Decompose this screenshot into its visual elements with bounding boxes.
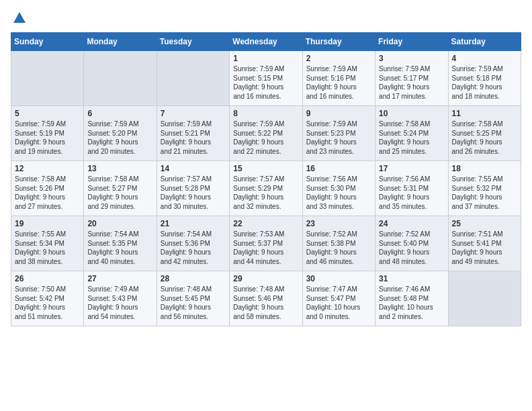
calendar-cell: 22Sunrise: 7:53 AM Sunset: 5:37 PM Dayli… bbox=[230, 216, 302, 271]
week-row-3: 19Sunrise: 7:55 AM Sunset: 5:34 PM Dayli… bbox=[11, 216, 521, 271]
weekday-header-thursday: Thursday bbox=[302, 33, 375, 51]
day-info: Sunrise: 7:56 AM Sunset: 5:31 PM Dayligh… bbox=[379, 175, 444, 211]
day-info: Sunrise: 7:59 AM Sunset: 5:23 PM Dayligh… bbox=[306, 120, 371, 156]
calendar-cell: 13Sunrise: 7:58 AM Sunset: 5:27 PM Dayli… bbox=[84, 161, 157, 216]
day-number: 19 bbox=[15, 219, 80, 228]
day-info: Sunrise: 7:55 AM Sunset: 5:32 PM Dayligh… bbox=[452, 175, 517, 211]
day-info: Sunrise: 7:52 AM Sunset: 5:38 PM Dayligh… bbox=[306, 230, 371, 266]
day-number: 4 bbox=[452, 54, 517, 63]
day-info: Sunrise: 7:57 AM Sunset: 5:28 PM Dayligh… bbox=[161, 175, 226, 211]
day-number: 23 bbox=[306, 219, 371, 228]
day-number: 15 bbox=[233, 164, 298, 173]
day-number: 25 bbox=[452, 219, 517, 228]
day-number: 16 bbox=[306, 164, 371, 173]
day-info: Sunrise: 7:58 AM Sunset: 5:27 PM Dayligh… bbox=[87, 175, 152, 211]
calendar-table: SundayMondayTuesdayWednesdayThursdayFrid… bbox=[11, 32, 521, 326]
calendar-cell: 20Sunrise: 7:54 AM Sunset: 5:35 PM Dayli… bbox=[84, 216, 157, 271]
week-row-2: 12Sunrise: 7:58 AM Sunset: 5:26 PM Dayli… bbox=[11, 161, 521, 216]
day-info: Sunrise: 7:53 AM Sunset: 5:37 PM Dayligh… bbox=[233, 230, 298, 266]
day-info: Sunrise: 7:58 AM Sunset: 5:24 PM Dayligh… bbox=[379, 120, 444, 156]
week-row-4: 26Sunrise: 7:50 AM Sunset: 5:42 PM Dayli… bbox=[11, 271, 521, 326]
day-number: 11 bbox=[452, 109, 517, 118]
day-info: Sunrise: 7:55 AM Sunset: 5:34 PM Dayligh… bbox=[15, 230, 80, 266]
calendar-cell: 11Sunrise: 7:58 AM Sunset: 5:25 PM Dayli… bbox=[448, 106, 521, 161]
calendar-cell: 21Sunrise: 7:54 AM Sunset: 5:36 PM Dayli… bbox=[157, 216, 229, 271]
day-number: 3 bbox=[379, 54, 444, 63]
day-info: Sunrise: 7:59 AM Sunset: 5:21 PM Dayligh… bbox=[161, 120, 226, 156]
calendar-cell: 26Sunrise: 7:50 AM Sunset: 5:42 PM Dayli… bbox=[11, 271, 84, 326]
header bbox=[11, 11, 521, 26]
week-row-0: 1Sunrise: 7:59 AM Sunset: 5:15 PM Daylig… bbox=[11, 51, 521, 106]
day-info: Sunrise: 7:59 AM Sunset: 5:18 PM Dayligh… bbox=[452, 64, 517, 101]
day-info: Sunrise: 7:59 AM Sunset: 5:19 PM Dayligh… bbox=[15, 120, 80, 156]
calendar-cell bbox=[84, 51, 157, 106]
weekday-header-friday: Friday bbox=[375, 33, 448, 51]
weekday-header-sunday: Sunday bbox=[11, 33, 84, 51]
day-info: Sunrise: 7:57 AM Sunset: 5:29 PM Dayligh… bbox=[233, 175, 298, 211]
day-info: Sunrise: 7:59 AM Sunset: 5:15 PM Dayligh… bbox=[233, 64, 298, 101]
calendar-cell: 29Sunrise: 7:48 AM Sunset: 5:46 PM Dayli… bbox=[230, 271, 302, 326]
day-info: Sunrise: 7:58 AM Sunset: 5:26 PM Dayligh… bbox=[15, 175, 80, 211]
day-number: 1 bbox=[233, 54, 298, 63]
calendar-cell: 10Sunrise: 7:58 AM Sunset: 5:24 PM Dayli… bbox=[375, 106, 448, 161]
calendar-cell: 25Sunrise: 7:51 AM Sunset: 5:41 PM Dayli… bbox=[448, 216, 521, 271]
calendar-cell: 17Sunrise: 7:56 AM Sunset: 5:31 PM Dayli… bbox=[375, 161, 448, 216]
calendar-cell: 15Sunrise: 7:57 AM Sunset: 5:29 PM Dayli… bbox=[230, 161, 302, 216]
calendar-cell: 5Sunrise: 7:59 AM Sunset: 5:19 PM Daylig… bbox=[11, 106, 84, 161]
svg-marker-0 bbox=[13, 12, 26, 23]
day-number: 24 bbox=[379, 219, 444, 228]
calendar-cell: 31Sunrise: 7:46 AM Sunset: 5:48 PM Dayli… bbox=[375, 271, 448, 326]
calendar-cell: 9Sunrise: 7:59 AM Sunset: 5:23 PM Daylig… bbox=[302, 106, 375, 161]
day-info: Sunrise: 7:49 AM Sunset: 5:43 PM Dayligh… bbox=[87, 285, 152, 321]
calendar-cell: 3Sunrise: 7:59 AM Sunset: 5:17 PM Daylig… bbox=[375, 51, 448, 106]
calendar-cell: 19Sunrise: 7:55 AM Sunset: 5:34 PM Dayli… bbox=[11, 216, 84, 271]
day-number: 8 bbox=[233, 109, 298, 118]
day-number: 27 bbox=[87, 274, 152, 283]
day-info: Sunrise: 7:47 AM Sunset: 5:47 PM Dayligh… bbox=[306, 285, 371, 321]
calendar-cell: 30Sunrise: 7:47 AM Sunset: 5:47 PM Dayli… bbox=[302, 271, 375, 326]
calendar-cell bbox=[157, 51, 229, 106]
calendar-cell: 14Sunrise: 7:57 AM Sunset: 5:28 PM Dayli… bbox=[157, 161, 229, 216]
day-number: 9 bbox=[306, 109, 371, 118]
week-row-1: 5Sunrise: 7:59 AM Sunset: 5:19 PM Daylig… bbox=[11, 106, 521, 161]
calendar-cell bbox=[11, 51, 84, 106]
day-info: Sunrise: 7:58 AM Sunset: 5:25 PM Dayligh… bbox=[452, 120, 517, 156]
day-number: 12 bbox=[15, 164, 80, 173]
calendar-cell: 6Sunrise: 7:59 AM Sunset: 5:20 PM Daylig… bbox=[84, 106, 157, 161]
day-number: 14 bbox=[161, 164, 226, 173]
day-number: 7 bbox=[161, 109, 226, 118]
day-info: Sunrise: 7:54 AM Sunset: 5:36 PM Dayligh… bbox=[161, 230, 226, 266]
day-number: 5 bbox=[15, 109, 80, 118]
logo bbox=[11, 11, 27, 26]
day-number: 26 bbox=[15, 274, 80, 283]
day-number: 17 bbox=[379, 164, 444, 173]
day-number: 31 bbox=[379, 274, 444, 283]
calendar-cell: 4Sunrise: 7:59 AM Sunset: 5:18 PM Daylig… bbox=[448, 51, 521, 106]
day-info: Sunrise: 7:46 AM Sunset: 5:48 PM Dayligh… bbox=[379, 285, 444, 321]
calendar-body: 1Sunrise: 7:59 AM Sunset: 5:15 PM Daylig… bbox=[11, 51, 521, 326]
calendar-cell: 23Sunrise: 7:52 AM Sunset: 5:38 PM Dayli… bbox=[302, 216, 375, 271]
day-number: 13 bbox=[87, 164, 152, 173]
calendar-cell: 2Sunrise: 7:59 AM Sunset: 5:16 PM Daylig… bbox=[302, 51, 375, 106]
calendar-cell: 27Sunrise: 7:49 AM Sunset: 5:43 PM Dayli… bbox=[84, 271, 157, 326]
day-info: Sunrise: 7:59 AM Sunset: 5:22 PM Dayligh… bbox=[233, 120, 298, 156]
day-info: Sunrise: 7:54 AM Sunset: 5:35 PM Dayligh… bbox=[87, 230, 152, 266]
day-info: Sunrise: 7:52 AM Sunset: 5:40 PM Dayligh… bbox=[379, 230, 444, 266]
day-number: 2 bbox=[306, 54, 371, 63]
calendar-cell: 18Sunrise: 7:55 AM Sunset: 5:32 PM Dayli… bbox=[448, 161, 521, 216]
day-number: 10 bbox=[379, 109, 444, 118]
weekday-header-monday: Monday bbox=[84, 33, 157, 51]
calendar-cell bbox=[448, 271, 521, 326]
weekday-header-wednesday: Wednesday bbox=[230, 33, 302, 51]
day-number: 18 bbox=[452, 164, 517, 173]
calendar-page: SundayMondayTuesdayWednesdayThursdayFrid… bbox=[0, 0, 532, 333]
calendar-cell: 7Sunrise: 7:59 AM Sunset: 5:21 PM Daylig… bbox=[157, 106, 229, 161]
day-number: 29 bbox=[233, 274, 298, 283]
day-info: Sunrise: 7:50 AM Sunset: 5:42 PM Dayligh… bbox=[15, 285, 80, 321]
day-number: 30 bbox=[306, 274, 371, 283]
day-number: 22 bbox=[233, 219, 298, 228]
day-info: Sunrise: 7:48 AM Sunset: 5:45 PM Dayligh… bbox=[161, 285, 226, 321]
day-number: 6 bbox=[87, 109, 152, 118]
day-number: 20 bbox=[87, 219, 152, 228]
day-info: Sunrise: 7:59 AM Sunset: 5:17 PM Dayligh… bbox=[379, 64, 444, 101]
